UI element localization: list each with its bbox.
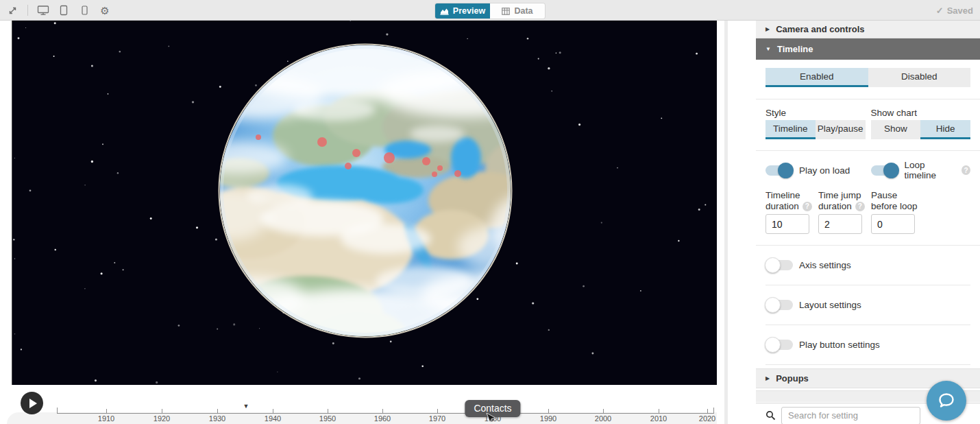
row-axis-settings[interactable]: Axis settings (765, 246, 970, 285)
settings-panel: ▶ Camera and controls ▼ Timeline Enabled… (756, 21, 980, 424)
globe-stage[interactable] (12, 21, 717, 385)
tooltip-label: Contacts (474, 403, 511, 414)
timeline-hover-tooltip: Contacts (465, 400, 520, 417)
field-label: Timeline (765, 190, 818, 201)
tab-preview[interactable]: Preview (435, 3, 490, 19)
option-disabled[interactable]: Disabled (868, 68, 971, 87)
field-label: duration (818, 201, 852, 212)
help-icon[interactable]: ? (855, 202, 865, 211)
option-timeline[interactable]: Timeline (765, 120, 816, 139)
row-layout-settings[interactable]: Layout settings (765, 285, 970, 325)
toggle-label: Play on load (799, 165, 850, 176)
help-icon[interactable]: ? (961, 165, 970, 175)
mobile-preview-icon[interactable] (77, 4, 91, 16)
field-label: before loop (871, 201, 918, 212)
timeline-enabled-group: Enabled Disabled (765, 68, 970, 87)
toggle-switch[interactable] (765, 165, 793, 176)
axis-end-cap (713, 408, 714, 414)
toggle-label: Loop timeline (905, 160, 956, 180)
preview-settings-gear-icon[interactable]: ⚙ (98, 4, 112, 16)
tablet-preview-icon[interactable] (57, 4, 71, 16)
save-status: ✓ Saved (936, 0, 973, 21)
option-hide[interactable]: Hide (920, 120, 970, 139)
field-label: Pause (871, 190, 924, 201)
toggle-label: Play button settings (799, 340, 880, 350)
play-icon (29, 399, 37, 408)
axis-start-cap (57, 408, 58, 414)
section-timeline[interactable]: ▼ Timeline (756, 38, 980, 60)
toolbar-divider (27, 5, 28, 16)
toggle-label: Axis settings (799, 260, 851, 270)
play-button[interactable] (21, 392, 43, 414)
divider (756, 150, 980, 151)
style-label: Style (765, 108, 866, 120)
chart-icon (440, 8, 449, 15)
toggle-switch[interactable] (765, 300, 793, 310)
time-jump-duration-input[interactable] (818, 214, 862, 234)
editor-mode-tabs: Preview Data (435, 3, 545, 19)
field-label: Time jump (818, 190, 871, 201)
option-playpause[interactable]: Play/pause (816, 120, 866, 139)
preview-toolbar: ⚙ Preview Data ✓ Saved (0, 0, 980, 21)
fullscreen-icon[interactable] (5, 4, 19, 16)
toggle-label: Layout settings (799, 300, 861, 310)
toggle-loop-timeline[interactable]: Loop timeline ? (871, 160, 971, 180)
pause-before-loop-input[interactable] (871, 214, 915, 234)
section-label: Timeline (777, 44, 813, 54)
earth-globe[interactable] (187, 34, 581, 366)
row-play-button-settings[interactable]: Play button settings (765, 325, 970, 365)
chat-bubble-icon (936, 390, 957, 411)
toggle-switch[interactable] (765, 340, 793, 350)
chevron-right-icon: ▶ (765, 26, 770, 32)
tab-data-label: Data (514, 6, 532, 16)
desktop-preview-icon[interactable] (36, 4, 50, 16)
timeline-axis[interactable] (57, 413, 713, 414)
timeline-duration-input[interactable] (765, 214, 809, 234)
show-chart-label: Show chart (871, 108, 971, 120)
timeline-scrubber-handle[interactable]: ▼ (243, 403, 249, 410)
save-status-label: Saved (947, 5, 973, 16)
field-label: duration (765, 201, 799, 212)
support-chat-button[interactable] (927, 381, 966, 421)
settings-search-input[interactable] (781, 407, 920, 424)
show-chart-group: Show Hide (871, 120, 971, 139)
tab-data[interactable]: Data (490, 3, 545, 19)
toggle-play-on-load[interactable]: Play on load (765, 160, 866, 180)
help-icon[interactable]: ? (803, 202, 812, 211)
check-icon: ✓ (936, 5, 944, 16)
section-label: Camera and controls (776, 24, 864, 34)
table-icon (502, 8, 510, 15)
section-camera-and-controls[interactable]: ▶ Camera and controls (756, 21, 980, 38)
option-enabled[interactable]: Enabled (765, 68, 868, 87)
toggle-switch[interactable] (765, 260, 793, 270)
panel-scrollbar[interactable] (724, 21, 728, 424)
chevron-right-icon: ▶ (765, 375, 770, 381)
option-show[interactable]: Show (871, 120, 921, 139)
search-icon (765, 410, 776, 421)
section-label: Popups (776, 373, 809, 384)
tab-preview-label: Preview (453, 6, 485, 16)
timeline-controls: 1910 1920 1930 1940 1950 1960 1970 1980 … (0, 385, 717, 424)
toggle-switch[interactable] (871, 165, 898, 176)
style-group: Timeline Play/pause (765, 120, 866, 139)
chevron-down-icon: ▼ (765, 46, 771, 52)
